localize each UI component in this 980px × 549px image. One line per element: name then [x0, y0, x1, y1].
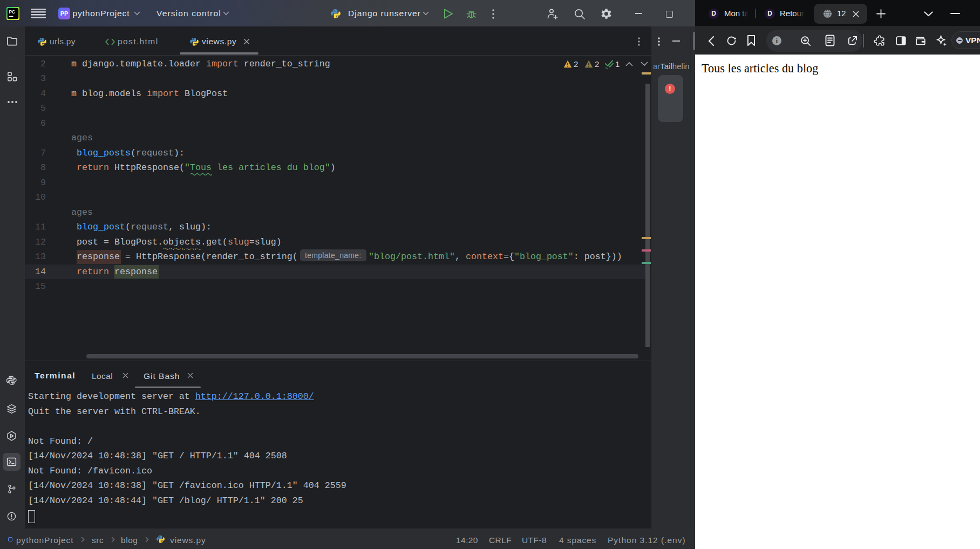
svg-text:PC: PC — [9, 10, 15, 15]
